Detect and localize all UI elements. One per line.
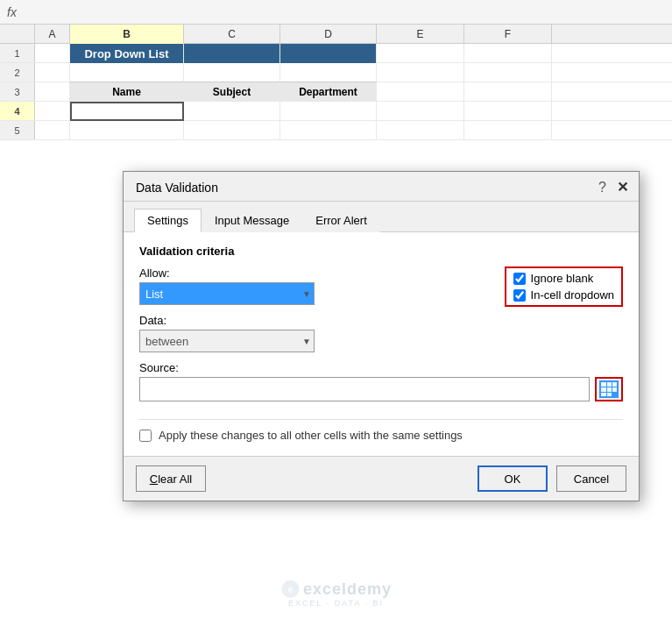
in-cell-dropdown-label: In-cell dropdown: [531, 288, 614, 302]
formula-bar: fx: [0, 0, 672, 25]
col-header-c: C: [184, 25, 280, 44]
dialog-titlebar: Data Validation ? ✕: [124, 172, 639, 202]
tab-error-alert[interactable]: Error Alert: [302, 209, 380, 232]
table-row: 3 Name Subject Department: [0, 82, 672, 102]
checkbox-group: Ignore blank In-cell dropdown: [505, 266, 623, 307]
col-header-a: A: [35, 25, 70, 44]
table-row: 4: [0, 102, 672, 121]
svg-rect-2: [612, 382, 617, 387]
table-row: 2: [0, 63, 672, 82]
allow-select[interactable]: List Any value Whole number Decimal Date…: [139, 282, 315, 305]
tab-input-message[interactable]: Input Message: [202, 209, 302, 232]
grid: 1 Drop Down List 2 3 Name Subject Depart…: [0, 44, 672, 140]
source-select-button[interactable]: [595, 377, 623, 401]
apply-checkbox[interactable]: [139, 430, 152, 442]
in-cell-dropdown-checkbox[interactable]: [513, 289, 526, 302]
ignore-blank-checkbox-label[interactable]: Ignore blank: [513, 272, 614, 285]
col-department-header: Department: [280, 82, 377, 102]
watermark-sub: EXCEL · DATA · BI: [288, 599, 384, 607]
col-header-d: D: [280, 25, 377, 44]
cell[interactable]: [280, 102, 377, 121]
col-header-b: B: [70, 25, 184, 44]
cell[interactable]: [464, 102, 552, 121]
dialog-title: Data Validation: [136, 181, 218, 195]
cell[interactable]: [464, 63, 552, 82]
in-cell-dropdown-checkbox-label[interactable]: In-cell dropdown: [513, 288, 614, 302]
svg-rect-0: [601, 382, 606, 387]
cell[interactable]: [377, 82, 464, 102]
cell[interactable]: [377, 121, 464, 140]
cell[interactable]: [280, 44, 377, 63]
dialog-body: Validation criteria Allow: List Any valu…: [124, 232, 639, 456]
help-icon[interactable]: ?: [598, 180, 606, 195]
svg-text:e: e: [287, 585, 293, 594]
cell[interactable]: [184, 121, 280, 140]
cell[interactable]: [70, 121, 184, 140]
source-input[interactable]: [139, 377, 590, 401]
svg-rect-7: [607, 393, 612, 396]
close-icon[interactable]: ✕: [617, 179, 628, 195]
dialog-tabs: Settings Input Message Error Alert: [124, 202, 639, 232]
cell[interactable]: [184, 63, 280, 82]
data-select-wrapper: between ▼: [139, 330, 315, 352]
footer-right-buttons: OK Cancel: [477, 465, 626, 492]
allow-row: Allow: List Any value Whole number Decim…: [139, 266, 623, 307]
apply-row: Apply these changes to all other cells w…: [139, 419, 623, 447]
cell[interactable]: [184, 44, 280, 63]
selected-cell[interactable]: [70, 102, 184, 121]
validation-criteria-label: Validation criteria: [139, 245, 623, 258]
svg-rect-3: [601, 387, 606, 392]
cell[interactable]: [35, 44, 70, 63]
fx-icon: fx: [7, 5, 17, 19]
cell[interactable]: [35, 82, 70, 102]
cell[interactable]: [464, 82, 552, 102]
dialog-controls: ? ✕: [598, 179, 628, 195]
data-select[interactable]: between: [139, 330, 315, 352]
row-num: 2: [0, 63, 35, 82]
data-validation-dialog: Data Validation ? ✕ Settings Input Messa…: [123, 171, 640, 501]
col-header-f: F: [464, 25, 552, 44]
cell[interactable]: [464, 121, 552, 140]
col-header-e: E: [377, 25, 464, 44]
svg-rect-1: [607, 382, 612, 387]
row-num: 3: [0, 82, 35, 101]
cell[interactable]: [464, 44, 552, 63]
row-num: 1: [0, 44, 35, 62]
tab-settings[interactable]: Settings: [134, 209, 202, 232]
source-select-icon: [599, 380, 619, 398]
svg-rect-4: [607, 387, 612, 392]
dialog-footer: Clear All OK Cancel: [124, 456, 639, 501]
cancel-button[interactable]: Cancel: [556, 465, 626, 492]
data-label: Data:: [139, 314, 623, 327]
allow-label: Allow:: [139, 266, 487, 280]
table-row: 1 Drop Down List: [0, 44, 672, 63]
watermark: e exceldemy EXCEL · DATA · BI: [280, 579, 392, 607]
source-input-wrapper: [139, 377, 623, 401]
data-group: Data: between ▼: [139, 314, 623, 352]
clear-all-label: Clear All: [150, 472, 192, 486]
cell[interactable]: [377, 44, 464, 63]
cell[interactable]: Drop Down List: [70, 44, 184, 63]
col-subject-header: Subject: [184, 82, 280, 102]
cell[interactable]: [35, 102, 70, 121]
ok-button[interactable]: OK: [477, 465, 548, 492]
row-num-header: [0, 25, 35, 43]
cell[interactable]: [35, 63, 70, 82]
ignore-blank-checkbox[interactable]: [513, 273, 526, 285]
cell[interactable]: [377, 63, 464, 82]
watermark-name: exceldemy: [303, 580, 392, 599]
cell[interactable]: [280, 121, 377, 140]
clear-all-button[interactable]: Clear All: [136, 465, 206, 492]
column-headers: A B C D E F: [0, 25, 672, 44]
cell[interactable]: [184, 102, 280, 121]
cell[interactable]: [377, 102, 464, 121]
apply-label: Apply these changes to all other cells w…: [159, 429, 463, 442]
cell[interactable]: [70, 63, 184, 82]
col-name-header: Name: [70, 82, 184, 102]
cell[interactable]: [280, 63, 377, 82]
cell[interactable]: [35, 121, 70, 140]
svg-rect-5: [612, 387, 617, 392]
allow-group: Allow: List Any value Whole number Decim…: [139, 266, 487, 305]
source-row: Source:: [139, 361, 623, 401]
table-row: 5: [0, 121, 672, 140]
